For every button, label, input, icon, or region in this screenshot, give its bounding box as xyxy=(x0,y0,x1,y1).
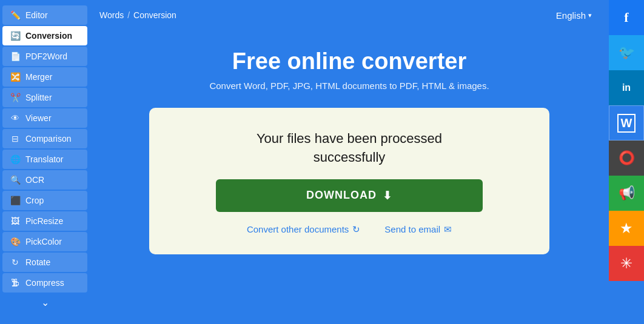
pdf2word-icon: 📄 xyxy=(10,51,21,61)
merger-icon: 🔀 xyxy=(10,72,21,82)
splitter-icon: ✂️ xyxy=(10,93,21,102)
asterisk-button[interactable]: ✳ xyxy=(609,246,644,281)
convert-other-link[interactable]: Convert other documents ↻ xyxy=(247,224,360,235)
download-button[interactable]: DOWNLOAD ⬇ xyxy=(216,179,483,212)
language-selector[interactable]: English ▾ xyxy=(556,10,592,21)
sidebar-item-translator[interactable]: 🌐 Translator xyxy=(2,150,87,169)
sidebar-label-pdf2word: PDF2Word xyxy=(25,51,67,61)
sidebar-label-conversion: Conversion xyxy=(25,31,72,41)
sidebar-label-rotate: Rotate xyxy=(25,257,50,267)
breadcrumb-separator: / xyxy=(127,10,130,20)
picresize-icon: 🖼 xyxy=(10,216,21,226)
success-line2: successfully xyxy=(314,150,386,165)
refresh-icon: ↻ xyxy=(352,224,360,235)
sidebar-item-viewer[interactable]: 👁 Viewer xyxy=(2,108,87,128)
success-message: Your files have been processed successfu… xyxy=(257,130,442,167)
megaphone-icon: 📢 xyxy=(619,185,635,201)
megaphone-button[interactable]: 📢 xyxy=(609,176,644,211)
sidebar-label-viewer: Viewer xyxy=(25,113,52,123)
result-card: Your files have been processed successfu… xyxy=(149,108,549,254)
sidebar-label-merger: Merger xyxy=(25,72,52,82)
github-icon: ⭕ xyxy=(619,150,635,166)
email-icon: ✉ xyxy=(444,224,452,235)
crop-icon: ⬛ xyxy=(10,196,21,205)
pickcolor-icon: 🎨 xyxy=(10,237,21,246)
send-email-link[interactable]: Send to email ✉ xyxy=(384,224,452,235)
sidebar-label-pickcolor: PickColor xyxy=(25,237,62,246)
facebook-icon: f xyxy=(624,10,628,25)
conversion-icon: 🔄 xyxy=(10,31,21,41)
rotate-icon: ↻ xyxy=(10,257,21,267)
sidebar-item-ocr[interactable]: 🔍 OCR xyxy=(2,170,87,190)
sidebar-more-button[interactable]: ⌄ xyxy=(0,293,90,312)
viewer-icon: 👁 xyxy=(10,113,21,123)
breadcrumb-words[interactable]: Words xyxy=(99,10,124,20)
sidebar-label-ocr: OCR xyxy=(25,175,44,185)
sidebar-label-translator: Translator xyxy=(25,154,64,164)
convert-other-label: Convert other documents xyxy=(247,224,349,234)
download-label: DOWNLOAD xyxy=(306,189,377,202)
sidebar-label-editor: Editor xyxy=(25,10,48,20)
sidebar-item-merger[interactable]: 🔀 Merger xyxy=(2,67,87,87)
star-button[interactable]: ★ xyxy=(609,211,644,246)
sidebar-item-comparison[interactable]: ⊟ Comparison xyxy=(2,129,87,148)
twitter-button[interactable]: 🐦 xyxy=(609,35,644,70)
page-title: Free online converter xyxy=(232,48,466,74)
twitter-icon: 🐦 xyxy=(619,45,635,61)
send-email-label: Send to email xyxy=(384,224,440,234)
sidebar-item-rotate[interactable]: ↻ Rotate xyxy=(2,253,87,272)
sidebar-item-crop[interactable]: ⬛ Crop xyxy=(2,191,87,210)
breadcrumb: Words / Conversion xyxy=(99,10,176,20)
word-icon: W xyxy=(617,114,636,133)
facebook-button[interactable]: f xyxy=(609,0,644,35)
breadcrumb-current: Conversion xyxy=(133,10,176,20)
sidebar-item-picresize[interactable]: 🖼 PicResize xyxy=(2,211,87,231)
sidebar-label-comparison: Comparison xyxy=(25,134,71,144)
language-arrow-icon: ▾ xyxy=(588,12,592,19)
asterisk-icon: ✳ xyxy=(620,255,632,272)
sidebar-label-compress: Compress xyxy=(25,278,64,288)
star-icon: ★ xyxy=(620,220,633,237)
social-bar: f 🐦 in W ⭕ 📢 ★ ✳ xyxy=(609,0,644,324)
sidebar: ✏️ Editor 🔄 Conversion 📄 PDF2Word 🔀 Merg… xyxy=(0,0,90,324)
chevron-down-icon: ⌄ xyxy=(41,297,49,308)
editor-icon: ✏️ xyxy=(10,10,21,20)
page-subtitle: Convert Word, PDF, JPG, HTML documents t… xyxy=(209,81,489,91)
sidebar-item-pickcolor[interactable]: 🎨 PickColor xyxy=(2,232,87,251)
download-icon: ⬇ xyxy=(383,189,392,202)
sidebar-item-compress[interactable]: 🗜 Compress xyxy=(2,273,87,293)
comparison-icon: ⊟ xyxy=(10,134,21,144)
card-actions: Convert other documents ↻ Send to email … xyxy=(247,224,452,235)
header: Words / Conversion English ▾ xyxy=(90,0,609,30)
language-label: English xyxy=(556,10,586,21)
sidebar-label-crop: Crop xyxy=(25,196,44,205)
github-button[interactable]: ⭕ xyxy=(609,141,644,176)
ocr-icon: 🔍 xyxy=(10,175,21,185)
sidebar-item-pdf2word[interactable]: 📄 PDF2Word xyxy=(2,47,87,66)
sidebar-item-editor[interactable]: ✏️ Editor xyxy=(2,5,87,25)
sidebar-label-splitter: Splitter xyxy=(25,93,52,102)
sidebar-label-picresize: PicResize xyxy=(25,216,63,226)
sidebar-item-splitter[interactable]: ✂️ Splitter xyxy=(2,88,87,107)
compress-icon: 🗜 xyxy=(10,278,21,288)
translator-icon: 🌐 xyxy=(10,154,21,164)
linkedin-button[interactable]: in xyxy=(609,70,644,105)
page-body: Free online converter Convert Word, PDF,… xyxy=(90,30,609,324)
main-content: Words / Conversion English ▾ Free online… xyxy=(90,0,609,324)
success-line1: Your files have been processed xyxy=(257,131,442,146)
linkedin-icon: in xyxy=(622,82,631,93)
word-button[interactable]: W xyxy=(609,105,644,141)
sidebar-item-conversion[interactable]: 🔄 Conversion xyxy=(2,26,87,45)
